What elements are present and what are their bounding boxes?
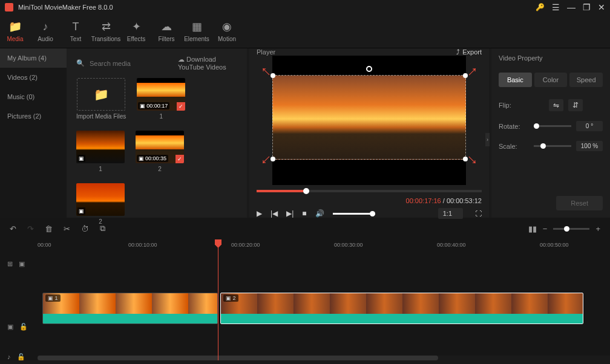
flip-label: Flip: — [499, 102, 529, 109]
rotate-slider[interactable] — [534, 125, 571, 127]
total-time: / 00:00:53:12 — [441, 197, 482, 204]
main-toolbar: 📁Media ♪Audio TText ⇄Transitions ✦Effect… — [0, 15, 610, 48]
audio-track-icon[interactable]: ♪ — [7, 353, 11, 360]
timeline-clip-1[interactable]: ▣ 1 — [42, 293, 218, 324]
zoom-slider[interactable] — [553, 228, 589, 230]
timeline-scrollbar[interactable] — [38, 356, 610, 360]
app-title: MiniTool MovieMaker Free 8.0.0 — [18, 4, 536, 11]
speed-button[interactable]: ⏱ — [81, 224, 89, 233]
ruler-stamp: 00:00:20:00 — [231, 242, 260, 248]
progress-bar[interactable] — [257, 190, 482, 192]
picture-icon: ▣ — [77, 155, 85, 162]
resize-handle[interactable] — [463, 73, 468, 78]
zoom-out-button[interactable]: − — [543, 224, 548, 233]
media-item-video2[interactable]: ▣00:00:35 ✓ — [136, 131, 184, 163]
toolbar-filters[interactable]: ☁Filters — [151, 15, 182, 48]
sidebar-item-videos[interactable]: Videos (2) — [0, 68, 67, 87]
delete-button[interactable]: 🗑 — [45, 224, 53, 233]
preview-clip[interactable] — [272, 75, 466, 160]
check-icon: ✓ — [177, 102, 185, 111]
fit-button[interactable]: ▮▮ — [528, 224, 537, 233]
export-button[interactable]: ⤴Export — [456, 48, 482, 56]
tab-basic[interactable]: Basic — [499, 73, 532, 87]
resize-handle[interactable] — [463, 157, 468, 161]
media-item-picture2[interactable]: ▣ — [76, 183, 125, 216]
volume-thumb[interactable] — [370, 211, 375, 216]
timeline-clip-2[interactable]: ▣ 2 — [220, 293, 583, 324]
cut-button[interactable]: ✂ — [64, 224, 70, 233]
maximize-button[interactable]: ❐ — [583, 2, 591, 12]
lock-icon[interactable]: 🔓 — [19, 323, 28, 331]
toolbar-effects[interactable]: ✦Effects — [121, 15, 151, 48]
download-youtube-link[interactable]: Download YouTube Videos — [178, 56, 237, 71]
film-icon: ▣ — [226, 295, 231, 301]
zoom-thumb[interactable] — [564, 226, 569, 232]
flip-horizontal-button[interactable]: ⇋ — [549, 99, 563, 111]
menu-icon[interactable]: ☰ — [552, 2, 560, 12]
prev-button[interactable]: |◀ — [271, 209, 278, 218]
duration-badge: ▣00:00:35 — [137, 155, 168, 162]
play-button[interactable]: ▶ — [257, 209, 262, 218]
toolbar-elements[interactable]: ▦Elements — [182, 15, 212, 48]
picture-icon: ▣ — [77, 207, 85, 215]
toolbar-motion[interactable]: ◉Motion — [212, 15, 242, 48]
tab-speed[interactable]: Speed — [569, 73, 603, 87]
toolbar-audio[interactable]: ♪Audio — [30, 15, 61, 48]
resize-handle[interactable] — [271, 157, 275, 161]
volume-icon[interactable]: 🔊 — [315, 209, 324, 218]
add-track-icon[interactable]: ⊞ — [7, 260, 13, 268]
redo-button[interactable]: ↷ — [27, 224, 34, 233]
zoom-in-button[interactable]: + — [595, 224, 600, 233]
scale-value[interactable]: 100 % — [576, 141, 603, 151]
scale-slider[interactable] — [534, 145, 571, 147]
duration-badge: ▣00:00:17 — [138, 102, 169, 109]
slider-thumb[interactable] — [540, 143, 546, 149]
volume-slider[interactable] — [333, 213, 375, 215]
ruler-stamp: 00:00 — [38, 242, 51, 248]
lock-icon[interactable]: 🔓 — [17, 353, 25, 361]
close-button[interactable]: ✕ — [598, 2, 605, 12]
undo-button[interactable]: ↶ — [10, 224, 16, 233]
preview-viewport[interactable]: ↑ ↑ ↑ ↑ — [272, 56, 466, 185]
import-media-button[interactable]: 📁 — [77, 78, 125, 111]
sidebar-item-myalbum[interactable]: My Album (4) — [0, 48, 67, 68]
fullscreen-button[interactable]: ⛶ — [475, 210, 482, 217]
scrollbar-thumb[interactable] — [38, 356, 438, 360]
timeline-ruler[interactable]: 00:00 00:00:10:00 00:00:20:00 00:00:30:0… — [0, 239, 610, 255]
sidebar-item-music[interactable]: Music (0) — [0, 87, 67, 106]
ruler-stamp: 00:00:40:00 — [437, 242, 466, 248]
next-button[interactable]: ▶| — [286, 209, 294, 218]
layers-icon[interactable]: ▣ — [19, 260, 25, 268]
rotate-value[interactable]: 0 ° — [576, 121, 603, 131]
media-item-video1[interactable]: ▣00:00:17 ✓ — [137, 78, 185, 111]
toolbar-media[interactable]: 📁Media — [0, 15, 30, 48]
video-track-icon[interactable]: ▣ — [7, 323, 13, 331]
player-title: Player — [257, 48, 456, 56]
film-icon: ▣ — [139, 155, 144, 161]
progress-thumb[interactable] — [303, 188, 309, 194]
minimize-button[interactable]: — — [567, 2, 576, 12]
ruler-stamp: 00:00:10:00 — [128, 242, 157, 248]
aspect-select[interactable]: 1:1 — [438, 208, 463, 219]
media-item-picture1[interactable]: ▣ — [76, 131, 125, 163]
playhead[interactable] — [218, 239, 218, 360]
sidebar-item-pictures[interactable]: Pictures (2) — [0, 106, 67, 126]
text-icon: T — [73, 21, 79, 33]
toolbar-text[interactable]: TText — [61, 15, 91, 48]
tab-color[interactable]: Color — [534, 73, 568, 87]
search-input[interactable] — [90, 60, 173, 67]
toolbar-transitions[interactable]: ⇄Transitions — [91, 15, 121, 48]
progress-fill — [257, 190, 306, 192]
flip-vertical-button[interactable]: ⇵ — [568, 99, 583, 111]
resize-handle[interactable] — [271, 73, 275, 78]
crop-button[interactable]: ⧉ — [100, 224, 105, 233]
key-icon[interactable]: 🔑 — [536, 3, 545, 11]
rotate-handle[interactable] — [366, 66, 372, 72]
reset-button[interactable]: Reset — [556, 196, 603, 210]
slider-thumb[interactable] — [534, 123, 539, 129]
folder-plus-icon: 📁 — [94, 87, 109, 102]
player-panel: Player ⤴Export ↑ ↑ ↑ ↑ — [249, 48, 489, 218]
folder-icon: 📁 — [8, 20, 22, 33]
collapse-chevron-icon[interactable]: › — [485, 133, 490, 146]
stop-button[interactable]: ■ — [302, 209, 306, 218]
